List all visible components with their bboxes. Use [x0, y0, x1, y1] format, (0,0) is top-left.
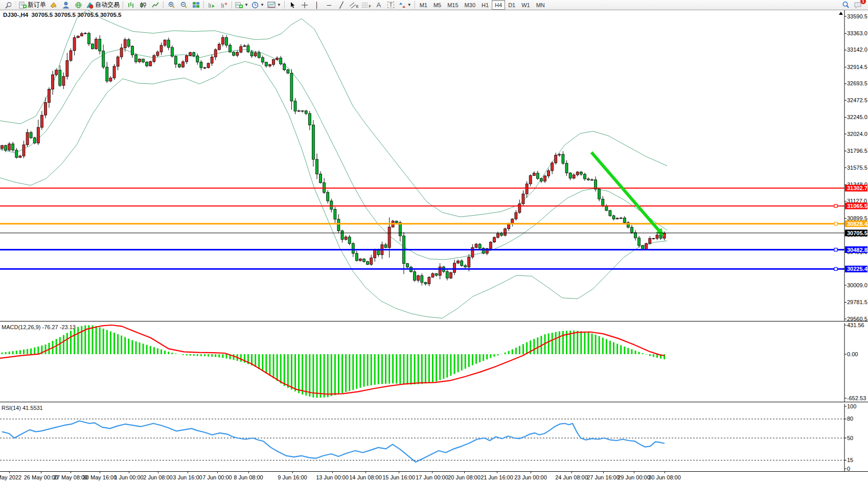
line-handle[interactable] — [834, 204, 837, 208]
cropped-edge-icon — [1, 0, 13, 10]
rsi-line — [2, 421, 665, 463]
timeframe-button-d1[interactable]: D1 — [505, 0, 518, 10]
line-handle[interactable] — [834, 248, 837, 251]
timeframe-button-m1[interactable]: M1 — [417, 0, 430, 10]
timeframe-button-m30[interactable]: M30 — [462, 0, 478, 10]
svg-text:30705.5: 30705.5 — [847, 230, 867, 236]
date-axis[interactable]: May 202226 May 00:0027 May 08:0030 May 1… — [0, 471, 868, 483]
chevron-down-icon: ▼ — [260, 3, 264, 7]
new-order-icon — [19, 2, 27, 9]
chart-shift-icon — [220, 2, 228, 9]
date-label: 3 Jun 16:00 — [173, 474, 202, 480]
timeframe-button-w1[interactable]: W1 — [518, 0, 533, 10]
trendline-icon: ╱ — [339, 2, 343, 8]
date-tick — [464, 472, 465, 473]
bar-chart-type-button[interactable] — [125, 0, 137, 10]
main-toolbar: 新订单 自动交易 — [0, 0, 868, 10]
rsi-pane[interactable]: RSI(14) 41.5531 1008050150 — [0, 404, 868, 471]
crosshair-icon — [301, 2, 308, 9]
timeframe-button-m5[interactable]: M5 — [430, 0, 444, 10]
auto-scroll-icon — [208, 2, 216, 9]
svg-text:32245.0: 32245.0 — [847, 114, 867, 120]
auto-scroll-button[interactable] — [205, 0, 218, 10]
new-chart-dropdown[interactable]: ▼ — [234, 0, 250, 10]
template-dropdown[interactable]: ▼ — [266, 0, 283, 10]
tile-windows-button[interactable] — [190, 0, 202, 10]
zoom-out-icon — [180, 2, 188, 9]
zoom-in-icon — [168, 2, 175, 9]
date-label: 26 May 00:00 — [24, 474, 58, 480]
profiles-button[interactable] — [60, 0, 72, 10]
label-tool-button[interactable]: T — [385, 0, 397, 10]
chart-shift-button[interactable] — [218, 0, 230, 10]
line-chart-type-button[interactable] — [149, 0, 162, 10]
fibonacci-tool-button[interactable]: F — [360, 0, 372, 10]
svg-text:32914.5: 32914.5 — [847, 64, 867, 70]
styles-bucket-button[interactable] — [48, 0, 60, 10]
macd-pane[interactable]: MACD(12,26,9) -76.27 -23.13 431.560.00-6… — [0, 323, 868, 402]
date-tick — [399, 472, 399, 473]
timeframe-button-h1[interactable]: H1 — [478, 0, 492, 10]
period-dropdown[interactable]: ▼ — [250, 0, 266, 10]
date-label: 30 Jun 08:00 — [648, 474, 681, 480]
channel-tool-button[interactable]: E — [348, 0, 360, 10]
date-label: 24 Jun 08:00 — [555, 474, 588, 480]
candlestick-type-button[interactable] — [137, 0, 149, 10]
date-label: 21 Jun 16:00 — [481, 474, 513, 480]
date-tick — [129, 472, 129, 473]
timeframe-button-h4[interactable]: H4 — [492, 0, 505, 10]
svg-text:30828.4: 30828.4 — [847, 221, 868, 227]
horizontal-line-tool-button[interactable]: ─ — [323, 0, 335, 10]
rsi-canvas[interactable]: 1008050150 — [0, 404, 868, 471]
auto-trading-label: 自动交易 — [95, 1, 120, 9]
price-axis-bg[interactable] — [845, 323, 868, 402]
auto-trading-button[interactable]: 自动交易 — [84, 0, 121, 10]
new-order-label: 新订单 — [28, 1, 46, 9]
vertical-line-tool-button[interactable]: │ — [311, 0, 323, 10]
timeframe-group: M1M5M15M30H1H4D1W1MN — [417, 0, 548, 10]
price-tag: 30225.4 — [845, 266, 868, 272]
main-chart-pane[interactable]: DJ30-,H4 30705.5 30705.5 30705.5 30705.5… — [0, 10, 868, 321]
trendline-tool-button[interactable]: ╱ — [335, 0, 348, 10]
timeframe-button-m15[interactable]: M15 — [444, 0, 461, 10]
clock-icon — [252, 2, 259, 9]
date-label: 15 Jun 16:00 — [382, 474, 415, 480]
scale-marker[interactable] — [839, 12, 843, 15]
svg-text:80: 80 — [847, 416, 853, 422]
zoom-out-button[interactable] — [177, 0, 190, 10]
date-label: 14 Jun 08:00 — [349, 474, 382, 480]
date-tick — [531, 472, 531, 473]
new-order-button[interactable]: 新订单 — [17, 0, 48, 10]
new-chart-icon — [235, 2, 243, 9]
horizontal-line-icon: ─ — [327, 2, 332, 8]
zoom-in-button[interactable] — [165, 0, 177, 10]
fibonacci-icon — [361, 2, 369, 9]
svg-text:33590.5: 33590.5 — [847, 13, 867, 19]
date-tick — [665, 472, 665, 473]
notifications-button[interactable]: 1 — [852, 0, 864, 10]
cursor-tool-button[interactable] — [286, 0, 299, 10]
svg-text:31796.5: 31796.5 — [847, 148, 867, 154]
date-label: 27 Jun 16:00 — [587, 474, 620, 480]
text-tool-button[interactable]: A — [373, 0, 385, 10]
search-button[interactable] — [839, 0, 852, 10]
market-watch-button[interactable] — [72, 0, 84, 10]
toolbar-separator — [415, 1, 415, 9]
svg-text:29560.5: 29560.5 — [847, 316, 867, 321]
svg-text:0.00: 0.00 — [847, 351, 858, 357]
timeframe-button-mn[interactable]: MN — [533, 0, 548, 10]
arrows-dropdown[interactable]: ▼ — [397, 0, 413, 10]
date-tick — [248, 472, 249, 473]
date-tick — [188, 472, 188, 473]
macd-canvas[interactable]: 431.560.00-652.53 — [0, 323, 868, 402]
crosshair-tool-button[interactable] — [299, 0, 311, 10]
date-label: 29 Jun 00:00 — [618, 474, 650, 480]
svg-text:31065.5: 31065.5 — [847, 203, 867, 209]
main-chart-canvas[interactable]: 33590.533363.033142.032914.532693.532472… — [0, 10, 868, 321]
toolbar-separator — [232, 1, 232, 9]
svg-text:32024.0: 32024.0 — [847, 131, 867, 137]
paint-bucket-icon — [50, 2, 58, 9]
line-handle[interactable] — [834, 222, 837, 225]
date-tick — [603, 472, 604, 473]
line-handle[interactable] — [834, 267, 837, 270]
